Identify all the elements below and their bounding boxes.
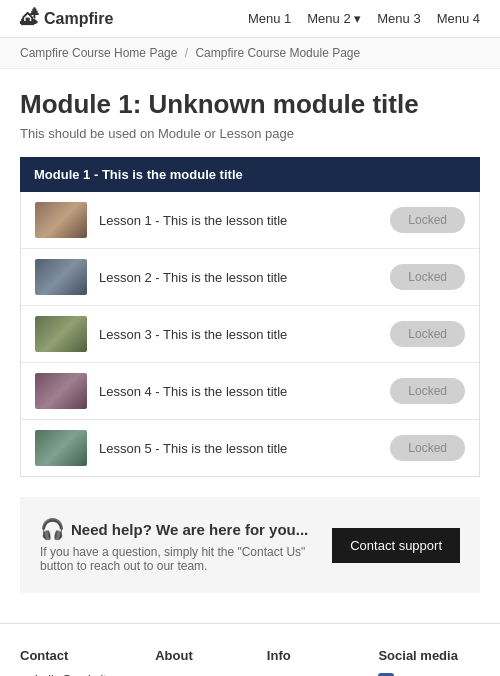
footer-social-col: Social media f Facebook t Twitter i Inst… [378, 648, 480, 676]
breadcrumb: Campfire Course Home Page / Campfire Cou… [0, 38, 500, 69]
headphone-icon: 🎧 [40, 517, 65, 541]
nav-menu1[interactable]: Menu 1 [248, 11, 291, 26]
footer-social-heading: Social media [378, 648, 480, 663]
locked-button[interactable]: Locked [390, 435, 465, 461]
locked-button[interactable]: Locked [390, 207, 465, 233]
lesson-thumbnail [35, 316, 87, 352]
support-title: 🎧 Need help? We are here for you... [40, 517, 332, 541]
support-description: If you have a question, simply hit the "… [40, 545, 332, 573]
lesson-thumbnail [35, 373, 87, 409]
lesson-title: Lesson 5 - This is the lesson title [99, 441, 287, 456]
lesson-item: Lesson 3 - This is the lesson title Lock… [21, 306, 479, 363]
lesson-title: Lesson 1 - This is the lesson title [99, 213, 287, 228]
main-nav: Menu 1 Menu 2 ▾ Menu 3 Menu 4 [248, 11, 480, 26]
locked-button[interactable]: Locked [390, 378, 465, 404]
site-header: 🏕 Campfire Menu 1 Menu 2 ▾ Menu 3 Menu 4 [0, 0, 500, 38]
logo-icon: 🏕 [20, 8, 38, 29]
lesson-left: Lesson 1 - This is the lesson title [35, 202, 287, 238]
module-header: Module 1 - This is the module title [20, 157, 480, 192]
lesson-left: Lesson 2 - This is the lesson title [35, 259, 287, 295]
lesson-item: Lesson 5 - This is the lesson title Lock… [21, 420, 479, 476]
logo[interactable]: 🏕 Campfire [20, 8, 113, 29]
lesson-title: Lesson 3 - This is the lesson title [99, 327, 287, 342]
lesson-list: Lesson 1 - This is the lesson title Lock… [20, 192, 480, 477]
lesson-left: Lesson 4 - This is the lesson title [35, 373, 287, 409]
lesson-thumbnail [35, 259, 87, 295]
logo-text: Campfire [44, 10, 113, 28]
nav-menu2[interactable]: Menu 2 ▾ [307, 11, 361, 26]
lesson-thumbnail [35, 202, 87, 238]
breadcrumb-current[interactable]: Campfire Course Module Page [195, 46, 360, 60]
locked-button[interactable]: Locked [390, 321, 465, 347]
nav-menu3[interactable]: Menu 3 [377, 11, 420, 26]
footer-columns: Contact ✉ hello@websites.com 📞 +44 208 5… [20, 648, 480, 676]
footer: Contact ✉ hello@websites.com 📞 +44 208 5… [0, 623, 500, 676]
lesson-title: Lesson 4 - This is the lesson title [99, 384, 287, 399]
lesson-item: Lesson 1 - This is the lesson title Lock… [21, 192, 479, 249]
footer-about-heading: About [155, 648, 257, 663]
support-section: 🎧 Need help? We are here for you... If y… [20, 497, 480, 593]
lesson-thumbnail [35, 430, 87, 466]
nav-menu4[interactable]: Menu 4 [437, 11, 480, 26]
breadcrumb-separator: / [185, 46, 192, 60]
page-title: Module 1: Unknown module title [20, 89, 480, 120]
footer-contact-col: Contact ✉ hello@websites.com 📞 +44 208 5… [20, 648, 145, 676]
contact-support-button[interactable]: Contact support [332, 528, 460, 563]
breadcrumb-home[interactable]: Campfire Course Home Page [20, 46, 177, 60]
page-subtitle: This should be used on Module or Lesson … [20, 126, 480, 141]
footer-contact-heading: Contact [20, 648, 145, 663]
locked-button[interactable]: Locked [390, 264, 465, 290]
footer-info-col: Info Menu 1 Menu 2 Menu 2.1 Menu 2.2 Men… [267, 648, 369, 676]
lesson-title: Lesson 2 - This is the lesson title [99, 270, 287, 285]
lesson-left: Lesson 5 - This is the lesson title [35, 430, 287, 466]
lesson-item: Lesson 2 - This is the lesson title Lock… [21, 249, 479, 306]
footer-info-heading: Info [267, 648, 369, 663]
main-content: Module 1: Unknown module title This shou… [0, 69, 500, 477]
lesson-left: Lesson 3 - This is the lesson title [35, 316, 287, 352]
support-text: 🎧 Need help? We are here for you... If y… [40, 517, 332, 573]
footer-about-col: About Menu 1 Menu 2 Menu 2.1 Menu 2.2 Me… [155, 648, 257, 676]
lesson-item: Lesson 4 - This is the lesson title Lock… [21, 363, 479, 420]
